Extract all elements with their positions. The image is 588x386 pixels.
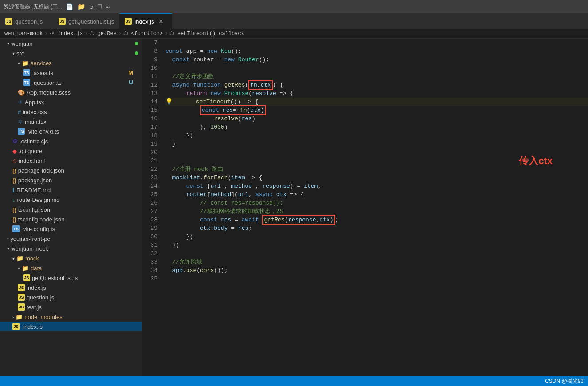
sidebar-item-tsconfig-node[interactable]: {} tsconfig.node.json	[0, 214, 142, 224]
tab-index-js[interactable]: JS index.js ✕	[119, 13, 172, 29]
refresh-icon[interactable]: ↺	[90, 3, 93, 11]
chevron-right-icon: ›	[7, 236, 8, 241]
sidebar-item-eslintrc[interactable]: ⚙ .eslintrc.cjs	[0, 136, 142, 146]
code-line-24: const {url , method , response } = item …	[165, 182, 588, 190]
sidebar-item-src[interactable]: ▾ src	[0, 48, 142, 58]
sidebar-item-routerdesign[interactable]: ↓ routerDesign.md	[0, 195, 142, 205]
code-line-8: const app = new Koa ();	[165, 47, 588, 55]
status-dot	[135, 42, 138, 45]
sidebar-item-package-lock[interactable]: {} package-lock.json	[0, 165, 142, 175]
main-layout: ▾ wenjuan ▾ src ▾ 📁 services TS axios.ts…	[0, 39, 588, 376]
file-label: getQuestionList.js	[32, 275, 78, 281]
sidebar-item-wenjuan[interactable]: ▾ wenjuan	[0, 39, 142, 48]
file-label: README.md	[16, 187, 51, 193]
sidebar-item-vite-env[interactable]: TS vite-env.d.ts	[0, 126, 142, 136]
scss-icon: 🎨	[18, 89, 25, 96]
ts-icon: TS	[12, 225, 20, 232]
sidebar-item-wenjuan-mock[interactable]: ▾ wenjuan-mock	[0, 244, 142, 253]
chevron-down-icon: ▾	[18, 61, 20, 66]
collapse-icon[interactable]: □	[98, 3, 101, 10]
file-label: package-lock.json	[18, 167, 64, 174]
breadcrumb-item[interactable]: index.js	[58, 31, 83, 37]
code-lines[interactable]: const app = new Koa (); const router = n…	[162, 39, 588, 376]
new-file-icon[interactable]: 📄	[66, 3, 73, 11]
code-line-23: mockList .forEach (item => {	[165, 173, 588, 182]
file-label: test.js	[27, 304, 42, 311]
sidebar-item-test-js[interactable]: JS test.js	[0, 302, 142, 312]
code-line-29: ctx .body = res ;	[165, 224, 588, 232]
sidebar-item-youjian[interactable]: › youjian-front-pc	[0, 234, 142, 244]
code-line-15: const res= fn(ctx)	[165, 106, 588, 114]
folder-label: data	[31, 265, 42, 272]
tab-label: getQuestionList.js	[68, 18, 114, 25]
tabs-bar: JS question.js JS getQuestionList.js JS …	[0, 13, 588, 29]
ts-icon: TS	[18, 128, 25, 135]
sidebar-item-question-ts[interactable]: TS question.ts U	[0, 78, 142, 87]
sidebar-item-mock-index-js[interactable]: JS index.js	[0, 283, 142, 292]
code-line-12: async function getRes (fn,ctx) {	[165, 81, 588, 89]
code-line-31: })	[165, 241, 588, 249]
breadcrumb-item[interactable]: ⬡ getRes	[90, 30, 116, 37]
sidebar-item-readme[interactable]: ℹ README.md	[0, 185, 142, 195]
sidebar-item-tsconfig[interactable]: {} tsconfig.json	[0, 205, 142, 214]
sidebar-item-index-js-selected[interactable]: JS index.js	[0, 322, 142, 331]
file-label: index.html	[19, 158, 45, 164]
code-line-26: // const res=response();	[165, 199, 588, 207]
sidebar-item-app-module-scss[interactable]: 🎨 App.module.scss	[0, 87, 142, 97]
file-label: question.js	[27, 294, 54, 301]
sidebar-item-getquestionlist-js[interactable]: JS getQuestionList.js	[0, 273, 142, 283]
line-numbers: 7 8 9 10 11 12 13 14 15 16 17 18 19 20 2…	[142, 39, 162, 376]
status-bar: CSDN @摇光93	[0, 376, 588, 386]
folder-label: node_modules	[24, 314, 62, 320]
js-icon: JS	[59, 18, 66, 25]
code-line-32	[165, 249, 588, 258]
breadcrumb-item[interactable]: ⬡ setTimeout() callback	[169, 30, 244, 37]
titlebar: 资源管理器: 无标题 (工... 📄 📁 ↺ □ ⋯	[0, 0, 588, 13]
tab-label: question.js	[15, 18, 43, 25]
file-label: vite-env.d.ts	[28, 128, 59, 135]
code-line-22: //注册 mock 路由	[165, 165, 588, 173]
sidebar-item-vite-config[interactable]: TS vite.config.ts	[0, 224, 142, 234]
breadcrumb-item[interactable]: ⬡ <function>	[123, 30, 163, 37]
folder-label: youjian-front-pc	[10, 236, 50, 242]
sidebar-item-index-css[interactable]: # index.css	[0, 107, 142, 117]
file-label: tsconfig.node.json	[18, 216, 65, 223]
file-label: index.css	[23, 109, 47, 115]
titlebar-icons: 📄 📁 ↺ □ ⋯	[66, 3, 110, 11]
sidebar-item-gitignore[interactable]: ◆ .gitignore	[0, 146, 142, 156]
sidebar-item-services[interactable]: ▾ 📁 services	[0, 58, 142, 68]
code-line-21	[165, 157, 588, 165]
sidebar-item-mock-question-js[interactable]: JS question.js	[0, 292, 142, 302]
code-line-33: //允许跨域	[165, 258, 588, 266]
tab-close-icon[interactable]: ✕	[158, 18, 164, 25]
tab-question-js[interactable]: JS question.js	[0, 13, 53, 29]
json-icon: {}	[12, 177, 16, 184]
sidebar-item-data[interactable]: ▾ 📁 data	[0, 263, 142, 273]
js-icon: JS	[18, 284, 25, 291]
js-icon: JS	[125, 18, 132, 25]
json-icon: {}	[12, 167, 16, 174]
tab-getQuestionList-js[interactable]: JS getQuestionList.js	[53, 13, 119, 29]
chevron-down-icon: ▾	[12, 51, 15, 56]
file-label: question.ts	[34, 79, 62, 86]
sidebar-item-mock[interactable]: ▾ 📁 mock	[0, 253, 142, 263]
sidebar-item-index-html[interactable]: ◇ index.html	[0, 156, 142, 165]
untracked-badge: U	[129, 79, 133, 86]
more-icon[interactable]: ⋯	[106, 3, 110, 11]
code-line-17: }, 1000 )	[165, 123, 588, 131]
sidebar-item-axios-ts[interactable]: TS axios.ts M	[0, 68, 142, 78]
breadcrumb-item[interactable]: wenjuan-mock	[4, 31, 43, 37]
code-line-10	[165, 64, 588, 72]
status-dot	[135, 51, 138, 55]
sidebar-item-main-tsx[interactable]: ⚛ main.tsx	[0, 117, 142, 126]
sidebar-item-app-tsx[interactable]: ⚛ App.tsx	[0, 97, 142, 107]
folder-icon: 📁	[16, 255, 24, 262]
tsx-icon: ⚛	[18, 118, 23, 125]
sidebar-item-node-modules[interactable]: › 📁 node_modules	[0, 312, 142, 322]
new-folder-icon[interactable]: 📁	[78, 3, 85, 11]
chevron-down-icon: ▾	[7, 246, 9, 251]
sidebar-item-package-json[interactable]: {} package.json	[0, 175, 142, 185]
ts-icon: TS	[23, 69, 30, 76]
folder-icon: 📁	[22, 60, 29, 67]
file-label: index.js	[27, 284, 46, 291]
